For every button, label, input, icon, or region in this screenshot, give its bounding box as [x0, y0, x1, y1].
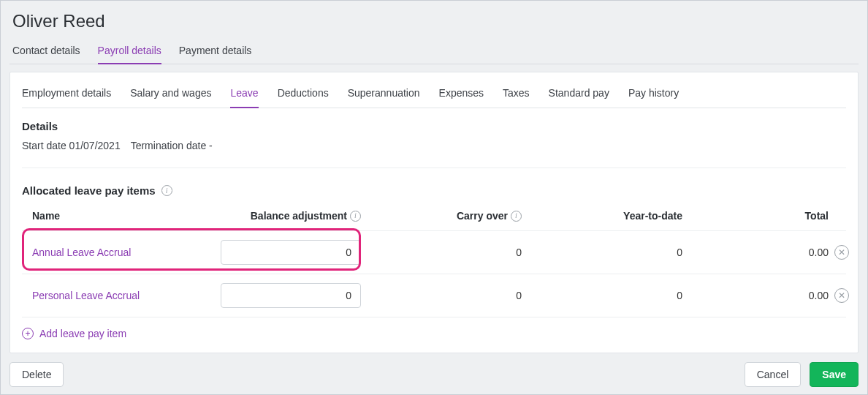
table-row: Personal Leave Accrual 0 0 0.00 ✕	[22, 274, 846, 317]
allocated-heading: Allocated leave pay items i	[22, 184, 846, 197]
delete-button[interactable]: Delete	[9, 362, 64, 387]
start-date: Start date 01/07/2021	[22, 140, 121, 151]
col-balance-adjustment: Balance adjustment i	[200, 210, 361, 222]
subtab-standard-pay[interactable]: Standard pay	[549, 84, 609, 108]
remove-row-button[interactable]: ✕	[834, 245, 849, 260]
termination-date: Termination date -	[131, 140, 213, 151]
subtab-leave[interactable]: Leave	[230, 84, 258, 108]
table-row: Annual Leave Accrual 0 0 0.00 ✕	[22, 230, 846, 274]
add-leave-pay-item-button[interactable]: + Add leave pay item	[22, 328, 126, 339]
remove-row-button[interactable]: ✕	[834, 288, 849, 303]
total-value: 0.00	[682, 290, 829, 301]
info-icon[interactable]: i	[350, 211, 361, 222]
total-value: 0.00	[682, 247, 829, 258]
subtab-deductions[interactable]: Deductions	[278, 84, 329, 108]
footer-bar: Delete Cancel Save	[9, 362, 859, 387]
subtab-salary-and-wages[interactable]: Salary and wages	[130, 84, 211, 108]
start-date-label: Start date	[22, 140, 66, 151]
details-heading: Details	[22, 120, 846, 132]
subtab-superannuation[interactable]: Superannuation	[348, 84, 420, 108]
tab-payment-details[interactable]: Payment details	[179, 39, 252, 64]
carry-over-value: 0	[361, 290, 522, 301]
save-button[interactable]: Save	[810, 362, 859, 387]
balance-adjustment-input[interactable]	[221, 283, 361, 308]
col-carry-over-label: Carry over	[457, 210, 508, 222]
leave-table-header: Name Balance adjustment i Carry over i Y…	[22, 210, 846, 230]
subtab-taxes[interactable]: Taxes	[503, 84, 530, 108]
col-year-to-date: Year-to-date	[522, 210, 682, 222]
payroll-card: Employment details Salary and wages Leav…	[9, 72, 859, 353]
termination-date-value: -	[209, 140, 213, 151]
info-icon[interactable]: i	[511, 211, 522, 222]
col-total: Total	[682, 210, 829, 222]
allocated-heading-text: Allocated leave pay items	[22, 184, 156, 197]
details-info: Start date 01/07/2021 Termination date -	[22, 140, 846, 168]
carry-over-value: 0	[361, 247, 522, 258]
top-tabs: Contact details Payroll details Payment …	[9, 39, 859, 64]
leave-item-personal-leave-accrual[interactable]: Personal Leave Accrual	[32, 290, 200, 301]
year-to-date-value: 0	[522, 247, 682, 258]
col-carry-over: Carry over i	[361, 210, 522, 222]
tab-contact-details[interactable]: Contact details	[12, 39, 80, 64]
start-date-value: 01/07/2021	[69, 140, 121, 151]
termination-date-label: Termination date	[131, 140, 207, 151]
subtab-pay-history[interactable]: Pay history	[628, 84, 679, 108]
subtab-expenses[interactable]: Expenses	[439, 84, 484, 108]
plus-icon: +	[22, 328, 34, 339]
cancel-button[interactable]: Cancel	[745, 362, 802, 387]
subtab-employment-details[interactable]: Employment details	[22, 84, 111, 108]
page-title: Oliver Reed	[9, 7, 859, 39]
col-name: Name	[32, 210, 200, 222]
info-icon[interactable]: i	[161, 185, 172, 196]
year-to-date-value: 0	[522, 290, 682, 301]
leave-item-annual-leave-accrual[interactable]: Annual Leave Accrual	[32, 247, 200, 258]
col-balance-adjustment-label: Balance adjustment	[251, 210, 347, 222]
add-leave-pay-item-label: Add leave pay item	[39, 328, 126, 339]
balance-adjustment-input[interactable]	[221, 240, 361, 265]
tab-payroll-details[interactable]: Payroll details	[98, 39, 161, 64]
sub-tabs: Employment details Salary and wages Leav…	[22, 84, 846, 108]
